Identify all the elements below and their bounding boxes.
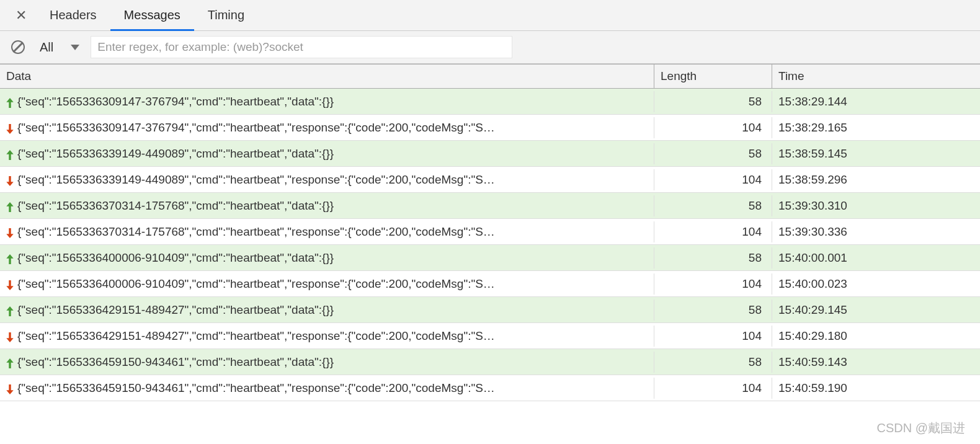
cell-data: {"seq":"1565336459150-943461","cmd":"hea… — [0, 378, 654, 399]
cell-length: 58 — [654, 352, 772, 373]
cell-time: 15:39:30.336 — [772, 221, 980, 242]
message-text: {"seq":"1565336309147-376794","cmd":"hea… — [17, 95, 334, 109]
close-icon[interactable]: ✕ — [6, 7, 36, 24]
toolbar: All — [0, 31, 980, 64]
clear-icon[interactable] — [11, 40, 25, 54]
filter-label: All — [40, 40, 53, 55]
message-text: {"seq":"1565336429151-489427","cmd":"hea… — [17, 329, 495, 343]
cell-data: {"seq":"1565336400006-910409","cmd":"hea… — [0, 247, 654, 269]
table-row[interactable]: {"seq":"1565336429151-489427","cmd":"hea… — [0, 297, 980, 323]
cell-data: {"seq":"1565336459150-943461","cmd":"hea… — [0, 352, 654, 373]
cell-time: 15:40:59.190 — [772, 378, 980, 399]
cell-length: 58 — [654, 143, 772, 164]
message-text: {"seq":"1565336459150-943461","cmd":"hea… — [17, 355, 334, 369]
cell-time: 15:38:29.144 — [772, 91, 980, 112]
cell-length: 104 — [654, 378, 772, 399]
message-text: {"seq":"1565336339149-449089","cmd":"hea… — [17, 173, 495, 187]
cell-data: {"seq":"1565336429151-489427","cmd":"hea… — [0, 326, 654, 347]
arrow-up-icon — [6, 306, 15, 314]
col-header-data[interactable]: Data — [0, 64, 654, 88]
message-text: {"seq":"1565336370314-175768","cmd":"hea… — [17, 225, 495, 239]
cell-length: 58 — [654, 300, 772, 321]
table-header: Data Length Time — [0, 64, 980, 89]
cell-data: {"seq":"1565336309147-376794","cmd":"hea… — [0, 117, 654, 138]
tab-timing[interactable]: Timing — [194, 0, 258, 31]
table-row[interactable]: {"seq":"1565336429151-489427","cmd":"hea… — [0, 323, 980, 349]
cell-length: 104 — [654, 326, 772, 347]
cell-time: 15:38:59.145 — [772, 143, 980, 164]
table-row[interactable]: {"seq":"1565336370314-175768","cmd":"hea… — [0, 193, 980, 219]
message-text: {"seq":"1565336370314-175768","cmd":"hea… — [17, 199, 334, 213]
message-text: {"seq":"1565336339149-449089","cmd":"hea… — [17, 147, 334, 161]
arrow-up-icon — [6, 149, 15, 158]
table-row[interactable]: {"seq":"1565336339149-449089","cmd":"hea… — [0, 141, 980, 167]
arrow-down-icon — [6, 228, 15, 236]
col-header-time[interactable]: Time — [772, 64, 980, 88]
cell-data: {"seq":"1565336400006-910409","cmd":"hea… — [0, 273, 654, 295]
cell-data: {"seq":"1565336309147-376794","cmd":"hea… — [0, 91, 654, 112]
table-row[interactable]: {"seq":"1565336459150-943461","cmd":"hea… — [0, 349, 980, 375]
arrow-up-icon — [6, 97, 15, 106]
cell-length: 104 — [654, 169, 772, 190]
tabs-bar: ✕ Headers Messages Timing — [0, 0, 980, 31]
table-row[interactable]: {"seq":"1565336370314-175768","cmd":"hea… — [0, 219, 980, 245]
message-text: {"seq":"1565336459150-943461","cmd":"hea… — [17, 381, 495, 395]
arrow-down-icon — [6, 175, 15, 184]
cell-length: 58 — [654, 195, 772, 216]
arrow-up-icon — [6, 202, 15, 210]
table-row[interactable]: {"seq":"1565336400006-910409","cmd":"hea… — [0, 245, 980, 271]
tab-headers[interactable]: Headers — [36, 0, 110, 31]
cell-data: {"seq":"1565336339149-449089","cmd":"hea… — [0, 169, 654, 190]
message-rows: {"seq":"1565336309147-376794","cmd":"hea… — [0, 89, 980, 401]
arrow-up-icon — [6, 358, 15, 366]
arrow-up-icon — [6, 254, 15, 262]
cell-length: 104 — [654, 273, 772, 295]
col-header-length[interactable]: Length — [654, 64, 772, 88]
message-text: {"seq":"1565336400006-910409","cmd":"hea… — [17, 277, 495, 291]
cell-time: 15:40:59.143 — [772, 352, 980, 373]
table-row[interactable]: {"seq":"1565336309147-376794","cmd":"hea… — [0, 115, 980, 141]
cell-data: {"seq":"1565336370314-175768","cmd":"hea… — [0, 221, 654, 242]
cell-time: 15:38:59.296 — [772, 169, 980, 190]
message-text: {"seq":"1565336400006-910409","cmd":"hea… — [17, 251, 334, 265]
filter-select[interactable]: All — [36, 40, 83, 55]
message-text: {"seq":"1565336429151-489427","cmd":"hea… — [17, 303, 334, 317]
cell-time: 15:40:00.023 — [772, 273, 980, 295]
cell-length: 104 — [654, 221, 772, 242]
cell-data: {"seq":"1565336370314-175768","cmd":"hea… — [0, 195, 654, 216]
cell-length: 104 — [654, 117, 772, 138]
cell-time: 15:39:30.310 — [772, 195, 980, 216]
cell-time: 15:40:29.145 — [772, 300, 980, 321]
arrow-down-icon — [6, 123, 15, 132]
cell-length: 58 — [654, 247, 772, 269]
cell-time: 15:40:29.180 — [772, 326, 980, 347]
message-text: {"seq":"1565336309147-376794","cmd":"hea… — [17, 121, 495, 135]
table-row[interactable]: {"seq":"1565336339149-449089","cmd":"hea… — [0, 167, 980, 193]
cell-time: 15:40:00.001 — [772, 247, 980, 269]
cell-data: {"seq":"1565336339149-449089","cmd":"hea… — [0, 143, 654, 164]
table-row[interactable]: {"seq":"1565336309147-376794","cmd":"hea… — [0, 89, 980, 115]
regex-input[interactable] — [91, 36, 512, 58]
cell-length: 58 — [654, 91, 772, 112]
table-row[interactable]: {"seq":"1565336400006-910409","cmd":"hea… — [0, 271, 980, 297]
arrow-down-icon — [6, 280, 15, 288]
chevron-down-icon — [71, 45, 79, 50]
tab-messages[interactable]: Messages — [110, 0, 194, 31]
arrow-down-icon — [6, 332, 15, 340]
cell-time: 15:38:29.165 — [772, 117, 980, 138]
cell-data: {"seq":"1565336429151-489427","cmd":"hea… — [0, 300, 654, 321]
arrow-down-icon — [6, 384, 15, 393]
table-row[interactable]: {"seq":"1565336459150-943461","cmd":"hea… — [0, 375, 980, 401]
